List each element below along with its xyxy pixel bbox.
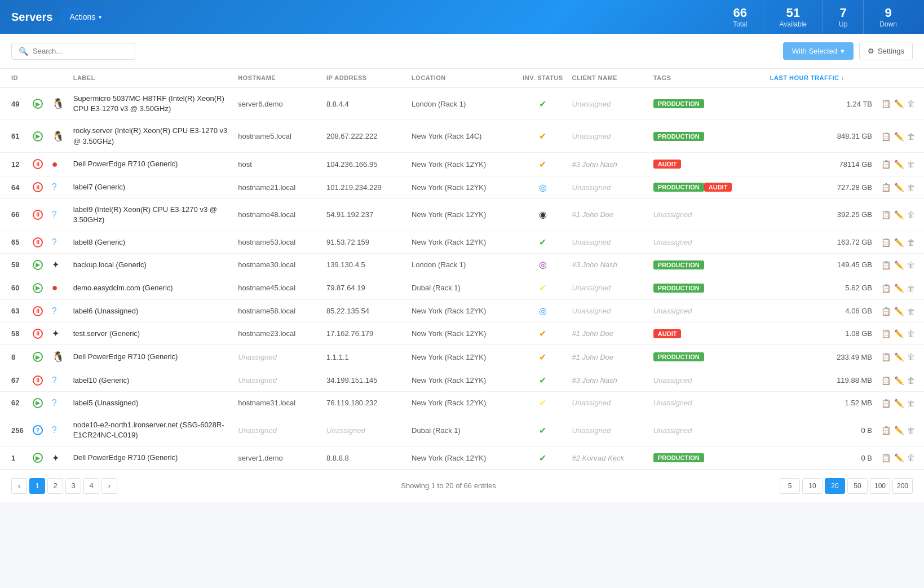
edit-icon[interactable]: ✏️: [894, 376, 904, 385]
delete-icon[interactable]: 🗑: [907, 284, 915, 293]
cell-ip: 1.1.1.1: [322, 345, 407, 369]
page-size-100[interactable]: 100: [870, 478, 890, 494]
cell-id: 12: [0, 152, 28, 176]
action-icons: 📋 ✏️ 🗑: [881, 210, 915, 219]
page-4-button[interactable]: 4: [83, 478, 99, 494]
cell-status: ⏸: [28, 152, 47, 176]
cell-id: 66: [0, 198, 28, 231]
delete-icon[interactable]: 🗑: [907, 399, 915, 408]
tag-unassigned: Unassigned: [653, 238, 692, 246]
delete-icon[interactable]: 🗑: [907, 160, 915, 169]
delete-icon[interactable]: 🗑: [907, 238, 915, 247]
cell-client: #1 John Doe: [568, 198, 649, 231]
page-next-button[interactable]: ›: [101, 478, 117, 494]
details-icon[interactable]: 📋: [881, 453, 891, 462]
page-prev-button[interactable]: ‹: [11, 478, 27, 494]
tag-unassigned: Unassigned: [653, 210, 692, 219]
page-size-5[interactable]: 5: [780, 478, 800, 494]
details-icon[interactable]: 📋: [881, 352, 891, 361]
page-2-button[interactable]: 2: [47, 478, 63, 494]
delete-icon[interactable]: 🗑: [907, 132, 915, 141]
with-selected-button[interactable]: With Selected ▾: [783, 42, 854, 60]
page-size-10[interactable]: 10: [802, 478, 823, 494]
cell-traffic: 0 B: [766, 414, 877, 446]
delete-icon[interactable]: 🗑: [907, 426, 915, 435]
edit-icon[interactable]: ✏️: [894, 260, 904, 269]
status-green-icon: ▶: [33, 131, 43, 142]
details-icon[interactable]: 📋: [881, 210, 891, 219]
edit-icon[interactable]: ✏️: [894, 284, 904, 293]
cell-hostname: hostname31.local: [233, 392, 322, 414]
cell-status: ⏸: [28, 322, 47, 345]
tag-production: PRODUCTION: [653, 453, 704, 462]
edit-icon[interactable]: ✏️: [894, 160, 904, 169]
cell-label: node10-e2-north1.ironserver.net (SSG-602…: [69, 414, 234, 446]
table-row: 64 ⏸ ? label7 (Generic) hostname21.local…: [0, 176, 924, 198]
page-3-button[interactable]: 3: [65, 478, 81, 494]
generic-os-icon: ●: [52, 282, 58, 294]
cell-actions: 📋 ✏️ 🗑: [877, 198, 924, 231]
actions-button[interactable]: Actions ▾: [61, 8, 109, 25]
cell-status: ▶: [28, 276, 47, 300]
page-1-button[interactable]: 1: [29, 478, 45, 494]
delete-icon[interactable]: 🗑: [907, 453, 915, 462]
col-traffic[interactable]: LAST HOUR TRAFFIC ↓: [766, 69, 877, 87]
page-size-50[interactable]: 50: [847, 478, 868, 494]
delete-icon[interactable]: 🗑: [907, 210, 915, 219]
cell-tags: PRODUCTION: [649, 276, 766, 300]
edit-icon[interactable]: ✏️: [894, 453, 904, 462]
details-icon[interactable]: 📋: [881, 307, 891, 316]
cell-status: ?: [28, 414, 47, 446]
edit-icon[interactable]: ✏️: [894, 426, 904, 435]
settings-button[interactable]: ⚙ Settings: [859, 42, 913, 60]
details-icon[interactable]: 📋: [881, 183, 891, 192]
cell-actions: 📋 ✏️ 🗑: [877, 87, 924, 120]
action-icons: 📋 ✏️ 🗑: [881, 307, 915, 316]
edit-icon[interactable]: ✏️: [894, 99, 904, 108]
details-icon[interactable]: 📋: [881, 160, 891, 169]
details-icon[interactable]: 📋: [881, 329, 891, 338]
header: Servers Actions ▾ 66 Total 51 Available …: [0, 0, 924, 34]
delete-icon[interactable]: 🗑: [907, 307, 915, 316]
cell-traffic: 1.08 GB: [766, 322, 877, 345]
details-icon[interactable]: 📋: [881, 99, 891, 108]
cell-actions: 📋 ✏️ 🗑: [877, 176, 924, 198]
edit-icon[interactable]: ✏️: [894, 307, 904, 316]
edit-icon[interactable]: ✏️: [894, 399, 904, 408]
cell-traffic: 149.45 GB: [766, 254, 877, 276]
details-icon[interactable]: 📋: [881, 260, 891, 269]
tag-production: PRODUCTION: [653, 99, 704, 108]
cell-ip: 8.8.4.4: [322, 87, 407, 120]
page-size-200[interactable]: 200: [892, 478, 913, 494]
delete-icon[interactable]: 🗑: [907, 329, 915, 338]
cell-actions: 📋 ✏️ 🗑: [877, 369, 924, 392]
delete-icon[interactable]: 🗑: [907, 260, 915, 269]
details-icon[interactable]: 📋: [881, 426, 891, 435]
cell-actions: 📋 ✏️ 🗑: [877, 446, 924, 469]
action-icons: 📋 ✏️ 🗑: [881, 399, 915, 408]
edit-icon[interactable]: ✏️: [894, 329, 904, 338]
delete-icon[interactable]: 🗑: [907, 376, 915, 385]
details-icon[interactable]: 📋: [881, 399, 891, 408]
details-icon[interactable]: 📋: [881, 376, 891, 385]
edit-icon[interactable]: ✏️: [894, 210, 904, 219]
cell-status: ▶: [28, 87, 47, 120]
cell-location: London (Rack 1): [407, 87, 518, 120]
delete-icon[interactable]: 🗑: [907, 352, 915, 361]
edit-icon[interactable]: ✏️: [894, 352, 904, 361]
details-icon[interactable]: 📋: [881, 238, 891, 247]
cell-inv-status: ✔: [518, 392, 567, 414]
edit-icon[interactable]: ✏️: [894, 183, 904, 192]
page-size-20[interactable]: 20: [825, 478, 845, 494]
delete-icon[interactable]: 🗑: [907, 99, 915, 108]
edit-icon[interactable]: ✏️: [894, 132, 904, 141]
cell-traffic: 727.28 GB: [766, 176, 877, 198]
search-input[interactable]: [33, 47, 128, 55]
details-icon[interactable]: 📋: [881, 132, 891, 141]
unknown-os-icon: ?: [52, 182, 57, 192]
edit-icon[interactable]: ✏️: [894, 238, 904, 247]
cell-inv-status: ✔: [518, 369, 567, 392]
details-icon[interactable]: 📋: [881, 284, 891, 293]
cell-location: New York (Rack 12YK): [407, 392, 518, 414]
delete-icon[interactable]: 🗑: [907, 183, 915, 192]
